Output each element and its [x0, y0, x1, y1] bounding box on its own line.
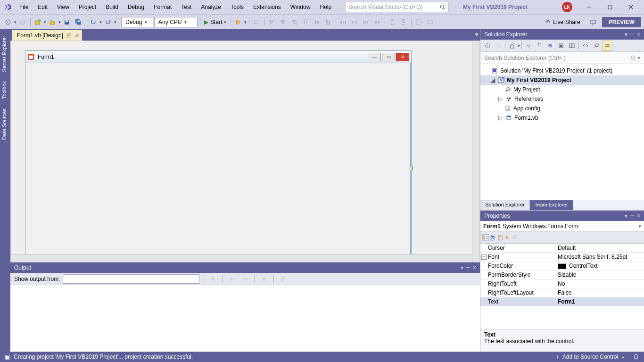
user-avatar[interactable]: LK — [562, 2, 572, 12]
solution-tree[interactable]: Solution 'My First VB2019 Project' (1 pr… — [480, 64, 644, 200]
hspace-remove-button[interactable] — [372, 17, 382, 27]
events-button[interactable] — [504, 235, 510, 240]
close-icon[interactable]: × — [473, 264, 476, 271]
references-node[interactable]: ▷ References — [480, 94, 644, 104]
window-position-icon[interactable]: ▾ — [625, 31, 627, 38]
left-tab-server-explorer[interactable]: Server Explorer — [0, 31, 10, 76]
align-top-button[interactable] — [300, 17, 311, 27]
nav-back-button[interactable] — [3, 17, 13, 27]
output-find-button[interactable] — [208, 274, 218, 284]
output-wrap-button[interactable] — [278, 274, 288, 284]
property-row[interactable]: RightToLeftNo — [480, 280, 644, 288]
menu-extensions[interactable]: Extensions — [249, 2, 285, 12]
left-tab-data-sources[interactable]: Data Sources — [0, 104, 10, 145]
menu-format[interactable]: Format — [149, 2, 176, 12]
expand-icon[interactable]: ▷ — [497, 96, 503, 102]
vspace-button-2[interactable] — [398, 17, 409, 27]
tabs-overflow-icon[interactable]: ▾ — [475, 31, 478, 38]
resize-handle-right[interactable] — [410, 167, 413, 170]
autohide-icon[interactable]: ⫟ — [629, 213, 635, 219]
form-designer[interactable]: Form1 — ▭ ✕ — [10, 41, 480, 262]
close-icon[interactable]: × — [75, 32, 79, 39]
home-button[interactable] — [507, 41, 517, 51]
preview-button[interactable] — [567, 41, 577, 51]
align-bottom-button[interactable] — [323, 17, 333, 27]
refresh-button[interactable] — [545, 41, 555, 51]
autohide-icon[interactable]: ⫟ — [629, 31, 635, 38]
tab-solution-explorer[interactable]: Solution Explorer — [480, 200, 530, 210]
document-tab[interactable]: Form1.vb [Design] ⊟ × — [12, 30, 82, 41]
form-close-button[interactable]: ✕ — [396, 53, 409, 61]
horizontal-scrollbar[interactable] — [11, 254, 472, 262]
expand-icon[interactable]: + — [481, 255, 487, 260]
menu-tools[interactable]: Tools — [226, 2, 248, 12]
property-row[interactable]: RightToLeftLayoutFalse — [480, 288, 644, 297]
property-row[interactable]: ForeColorControlText — [480, 262, 644, 271]
new-project-button[interactable] — [33, 17, 43, 27]
size-button-2[interactable] — [425, 17, 435, 27]
hspace-dec-button[interactable] — [361, 17, 371, 27]
align-right-button[interactable] — [289, 17, 299, 27]
solution-explorer-header[interactable]: Solution Explorer ▾ ⫟ × — [480, 29, 644, 40]
properties-button[interactable] — [591, 41, 602, 51]
maximize-button[interactable] — [600, 1, 620, 13]
step-button[interactable] — [233, 17, 243, 27]
collapse-button[interactable] — [534, 41, 545, 51]
left-tab-toolbox[interactable]: Toolbox — [0, 76, 10, 104]
collapse-icon[interactable]: ◢ — [490, 77, 495, 83]
menu-edit[interactable]: Edit — [33, 2, 52, 12]
window-position-icon[interactable]: ▾ — [625, 213, 627, 219]
form-preview[interactable]: Form1 — ▭ ✕ — [25, 50, 412, 262]
form-node[interactable]: ▷ Form1.vb — [480, 113, 644, 123]
bell-icon[interactable] — [633, 354, 639, 360]
form-minimize-button[interactable]: — — [368, 53, 381, 61]
notify-icon[interactable]: ▣ — [5, 354, 10, 360]
project-node[interactable]: ◢ VB My First VB2019 Project — [480, 75, 644, 85]
form-body[interactable] — [25, 63, 411, 262]
chevron-down-icon[interactable]: ▾ — [58, 20, 61, 25]
nav-forward-button[interactable] — [17, 17, 28, 27]
chevron-down-icon[interactable]: ▾ — [114, 20, 116, 25]
align-left-button[interactable] — [266, 17, 277, 27]
close-icon[interactable]: × — [637, 31, 640, 38]
code-view-button[interactable] — [580, 41, 591, 51]
chevron-down-icon[interactable]: ▾ — [14, 20, 17, 25]
menu-build[interactable]: Build — [101, 2, 123, 12]
redo-button[interactable] — [103, 17, 113, 27]
properties-object-selector[interactable]: Form1 System.Windows.Forms.Form ▾ — [480, 221, 644, 231]
categorized-button[interactable] — [482, 234, 489, 241]
property-row[interactable]: TextForm1 — [480, 297, 644, 306]
view-selector-button[interactable] — [602, 41, 612, 51]
back-button[interactable] — [482, 41, 493, 51]
vspace-button[interactable] — [387, 17, 397, 27]
sync-button[interactable] — [523, 41, 534, 51]
output-prev-button[interactable] — [227, 274, 237, 284]
show-all-button[interactable] — [556, 41, 566, 51]
live-share-button[interactable]: Live Share — [541, 19, 584, 25]
solution-node[interactable]: Solution 'My First VB2019 Project' (1 pr… — [480, 66, 644, 75]
open-button[interactable] — [47, 17, 58, 27]
output-body[interactable] — [10, 285, 480, 352]
align-grid-button[interactable] — [251, 17, 262, 27]
hspace-equal-button[interactable] — [338, 17, 348, 27]
hspace-inc-button[interactable] — [349, 17, 360, 27]
form-maximize-button[interactable]: ▭ — [382, 53, 395, 61]
expand-icon[interactable]: ▷ — [497, 115, 503, 121]
menu-help[interactable]: Help — [315, 2, 336, 12]
property-pages-button[interactable] — [497, 235, 503, 240]
menu-project[interactable]: Project — [74, 2, 100, 12]
pin-icon[interactable]: ⊟ — [67, 32, 72, 39]
props-wrench-button[interactable] — [512, 235, 517, 240]
platform-dropdown[interactable]: Any CPU▾ — [154, 17, 198, 27]
menu-window[interactable]: Window — [286, 2, 315, 12]
menu-file[interactable]: File — [15, 2, 33, 12]
configuration-dropdown[interactable]: Debug▾ — [121, 17, 153, 27]
preview-button[interactable]: PREVIEW — [602, 17, 641, 27]
minimize-button[interactable] — [579, 1, 600, 13]
output-next-button[interactable] — [240, 274, 250, 284]
solution-search-input[interactable]: Search Solution Explorer (Ctrl+;) ▾ — [480, 52, 644, 64]
my-project-node[interactable]: My Project — [480, 85, 644, 94]
window-position-icon[interactable]: ▾ — [461, 264, 463, 271]
start-button[interactable]: ▶ Start ▾ — [202, 19, 228, 25]
menu-debug[interactable]: Debug — [124, 2, 149, 12]
